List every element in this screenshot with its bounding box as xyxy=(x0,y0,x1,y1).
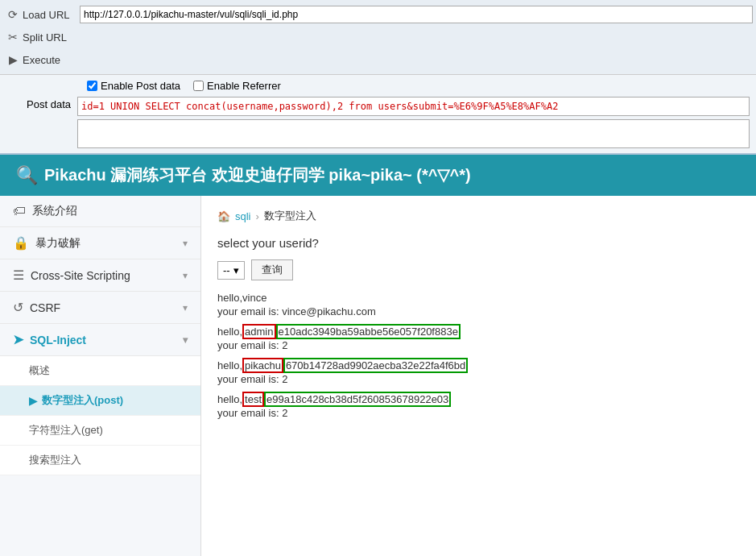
load-url-row: ⟳ Load URL xyxy=(0,3,756,26)
url-input[interactable] xyxy=(80,6,753,23)
postdata-textarea[interactable] xyxy=(77,119,750,148)
breadcrumb: 🏠 sqli › 数字型注入 xyxy=(217,209,740,223)
postdata-row: Post data xyxy=(6,97,750,148)
csrf-chevron: ▾ xyxy=(183,302,188,313)
sidebar-sub-string-get[interactable]: 字符型注入(get) xyxy=(0,416,200,446)
load-url-icon: ⟳ xyxy=(6,8,19,21)
result-2-username: pikachu xyxy=(242,358,283,373)
postdata-area: Enable Post data Enable Referrer Post da… xyxy=(0,75,756,155)
split-url-label: Split URL xyxy=(23,31,67,44)
split-url-row: ✂ Split URL xyxy=(0,26,756,48)
sqlinject-icon: ➤ xyxy=(13,332,23,347)
active-arrow-icon: ▶ xyxy=(29,395,37,407)
home-icon: 🏠 xyxy=(217,210,230,222)
load-url-button[interactable]: ⟳ Load URL xyxy=(3,6,80,23)
execute-icon: ▶ xyxy=(6,53,19,66)
postdata-input[interactable] xyxy=(77,97,750,116)
csrf-icon: ↺ xyxy=(13,300,23,315)
result-2: hello,pikachu670b14728ad9902aecba32e22fa… xyxy=(217,359,740,385)
sidebar-csrf-label: CSRF xyxy=(30,301,60,314)
sidebar-sub-string-label: 字符型注入(get) xyxy=(29,423,103,438)
load-url-label: Load URL xyxy=(23,9,70,21)
result-3: hello,teste99a18c428cb38d5f260853678922e… xyxy=(217,393,740,419)
breadcrumb-sep: › xyxy=(256,210,259,222)
result-3-hello: hello,teste99a18c428cb38d5f260853678922e… xyxy=(217,393,740,405)
content-title: select your userid? xyxy=(217,236,740,250)
app-header: 🔍 Pikachu 漏洞练习平台 欢迎史迪仔同学 pika~pika~ (*^▽… xyxy=(0,155,756,196)
xss-chevron: ▾ xyxy=(183,270,188,281)
result-1-hash: e10adc3949ba59abbe56e057f20f883e xyxy=(276,324,461,339)
execute-button[interactable]: ▶ Execute xyxy=(3,52,80,68)
sidebar-brute-label: 暴力破解 xyxy=(35,236,81,251)
result-1: hello,admine10adc3949ba59abbe56e057f20f8… xyxy=(217,326,740,351)
app-title: Pikachu 漏洞练习平台 欢迎史迪仔同学 pika~pika~ (*^▽^*… xyxy=(44,164,471,186)
result-0-email: your email is: vince@pikachu.com xyxy=(217,305,740,317)
intro-icon: 🏷 xyxy=(13,204,26,218)
userid-select[interactable]: -- ▾ xyxy=(217,261,245,280)
sidebar-item-xss[interactable]: ☰ Cross-Site Scripting ▾ xyxy=(0,259,200,292)
sidebar-sub-more-label: 搜索型注入 xyxy=(29,453,81,467)
app-search-icon: 🔍 xyxy=(16,165,38,186)
content-area: 🏠 sqli › 数字型注入 select your userid? -- ▾ … xyxy=(201,196,756,556)
result-0-prefix: hello, xyxy=(217,292,242,304)
enable-post-label[interactable]: Enable Post data xyxy=(87,80,180,92)
result-0-hello: hello,vince xyxy=(217,292,740,304)
sidebar-sub-numeric-label: 数字型注入(post) xyxy=(42,393,123,408)
sidebar-sub-overview-label: 概述 xyxy=(29,363,50,378)
result-0-username: vince xyxy=(242,292,266,304)
result-1-prefix: hello, xyxy=(217,326,242,338)
result-2-prefix: hello, xyxy=(217,359,242,371)
result-3-email: your email is: 2 xyxy=(217,407,740,419)
sidebar-sqlinject-label: SQL-Inject xyxy=(30,334,86,346)
query-button[interactable]: 查询 xyxy=(251,259,293,280)
result-0: hello,vince your email is: vince@pikachu… xyxy=(217,292,740,317)
sidebar-item-csrf[interactable]: ↺ CSRF ▾ xyxy=(0,292,200,324)
execute-row: ▶ Execute xyxy=(0,48,756,71)
sidebar-sub-numeric-post[interactable]: ▶ 数字型注入(post) xyxy=(0,386,200,416)
sidebar-sub-overview[interactable]: 概述 xyxy=(0,356,200,386)
select-chevron-icon: ▾ xyxy=(233,264,239,276)
result-2-hello: hello,pikachu670b14728ad9902aecba32e22fa… xyxy=(217,359,740,371)
breadcrumb-sqli[interactable]: sqli xyxy=(235,210,251,222)
enable-referrer-label[interactable]: Enable Referrer xyxy=(193,80,281,92)
result-2-email: your email is: 2 xyxy=(217,373,740,385)
main-layout: 🏷 系统介绍 🔒 暴力破解 ▾ ☰ Cross-Site Scripting ▾… xyxy=(0,196,756,556)
sidebar-intro-label: 系统介绍 xyxy=(32,204,77,218)
result-1-hello: hello,admine10adc3949ba59abbe56e057f20f8… xyxy=(217,326,740,338)
select-placeholder: -- xyxy=(223,264,230,276)
result-1-email: your email is: 2 xyxy=(217,339,740,351)
result-2-hash: 670b14728ad9902aecba32e22fa4f6bd xyxy=(283,358,468,373)
execute-label: Execute xyxy=(23,54,60,66)
brute-icon: 🔒 xyxy=(13,235,29,251)
enable-referrer-checkbox[interactable] xyxy=(193,81,204,91)
split-url-icon: ✂ xyxy=(6,31,19,44)
query-row: -- ▾ 查询 xyxy=(217,259,740,280)
breadcrumb-current: 数字型注入 xyxy=(264,209,316,223)
split-url-button[interactable]: ✂ Split URL xyxy=(3,29,80,45)
sidebar-item-sqlinject[interactable]: ➤ SQL-Inject ▾ xyxy=(0,324,200,356)
sidebar-item-brute[interactable]: 🔒 暴力破解 ▾ xyxy=(0,227,200,259)
result-3-prefix: hello, xyxy=(217,393,242,405)
sidebar: 🏷 系统介绍 🔒 暴力破解 ▾ ☰ Cross-Site Scripting ▾… xyxy=(0,196,201,556)
sqlinject-chevron: ▾ xyxy=(183,334,188,346)
sidebar-xss-label: Cross-Site Scripting xyxy=(31,269,130,282)
postdata-label: Post data xyxy=(6,97,71,110)
result-3-username: test xyxy=(242,392,264,407)
sqlinject-submenu: 概述 ▶ 数字型注入(post) 字符型注入(get) 搜索型注入 xyxy=(0,356,200,475)
result-1-username: admin xyxy=(242,324,275,339)
xss-icon: ☰ xyxy=(13,268,24,283)
sidebar-sub-more[interactable]: 搜索型注入 xyxy=(0,446,200,475)
brute-chevron: ▾ xyxy=(183,238,188,249)
checkbox-row: Enable Post data Enable Referrer xyxy=(6,80,750,92)
toolbar: ⟳ Load URL ✂ Split URL ▶ Execute xyxy=(0,0,756,75)
enable-post-checkbox[interactable] xyxy=(87,81,97,91)
sidebar-item-intro[interactable]: 🏷 系统介绍 xyxy=(0,196,200,227)
result-3-hash: e99a18c428cb38d5f260853678922e03 xyxy=(264,392,451,407)
